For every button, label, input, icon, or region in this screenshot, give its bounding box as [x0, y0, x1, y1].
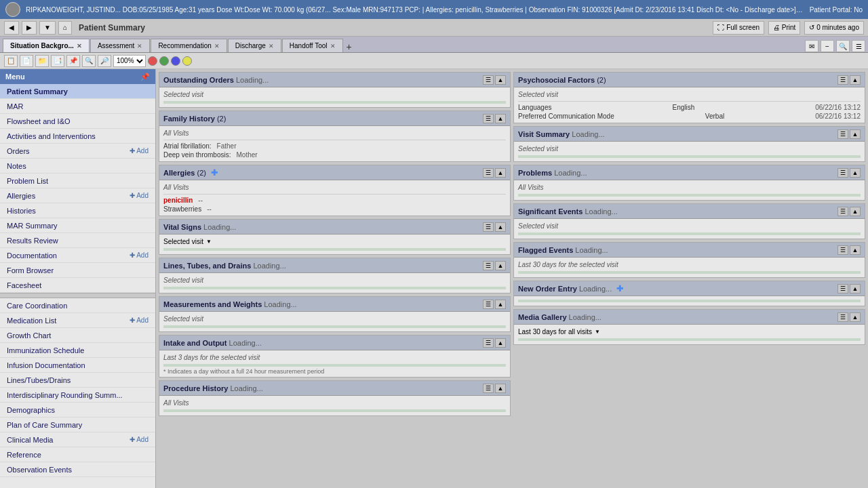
- allergy-add-icon[interactable]: ✚: [211, 168, 218, 178]
- sidebar-item-clinical-media[interactable]: Clinical Media ✚ Add: [0, 432, 155, 447]
- card-collapse-button[interactable]: ▲: [850, 129, 861, 139]
- card-menu-button[interactable]: ☰: [837, 312, 848, 322]
- card-menu-button[interactable]: ☰: [483, 384, 494, 393]
- sidebar-item-immunization-schedule[interactable]: Immunization Schedule: [0, 343, 155, 358]
- toolbar-icon-5[interactable]: 📌: [66, 55, 80, 67]
- tab-add-button[interactable]: +: [344, 41, 355, 52]
- card-menu-button[interactable]: ☰: [837, 129, 848, 139]
- minus-icon-button[interactable]: −: [821, 40, 834, 52]
- circle-btn-green[interactable]: [159, 56, 169, 66]
- card-collapse-button[interactable]: ▲: [495, 338, 506, 348]
- card-menu-button[interactable]: ☰: [837, 284, 848, 293]
- sidebar-item-allergies[interactable]: Allergies ✚ Add: [0, 188, 155, 203]
- orders-add-button[interactable]: ✚ Add: [130, 147, 149, 155]
- card-menu-button[interactable]: ☰: [837, 168, 848, 178]
- tab-situation-background[interactable]: Situation Backgro... ✕: [3, 39, 90, 52]
- sidebar-item-patient-summary[interactable]: Patient Summary: [0, 84, 155, 99]
- circle-btn-red[interactable]: [148, 56, 157, 66]
- card-collapse-button[interactable]: ▲: [495, 168, 506, 178]
- card-collapse-button[interactable]: ▲: [495, 261, 506, 270]
- sidebar-item-activities-interventions[interactable]: Activities and Interventions: [0, 129, 155, 144]
- nav-forward-button[interactable]: ▶: [22, 21, 37, 35]
- sidebar-item-results-review[interactable]: Results Review: [0, 233, 155, 248]
- tab-handoff-tool[interactable]: Handoff Tool ✕: [282, 39, 343, 52]
- card-collapse-button[interactable]: ▲: [495, 222, 506, 232]
- clinical-media-add-button[interactable]: ✚ Add: [130, 436, 149, 443]
- sidebar-item-mar-summary[interactable]: MAR Summary: [0, 218, 155, 233]
- card-collapse-button[interactable]: ▲: [495, 384, 506, 393]
- card-collapse-button[interactable]: ▲: [495, 75, 506, 85]
- card-menu-button[interactable]: ☰: [483, 222, 494, 232]
- sidebar-item-histories[interactable]: Histories: [0, 203, 155, 218]
- tab-discharge[interactable]: Discharge ✕: [228, 39, 281, 52]
- tab-close-icon[interactable]: ✕: [77, 43, 82, 49]
- sidebar-item-demographics[interactable]: Demographics: [0, 403, 155, 418]
- toolbar-icon-4[interactable]: 📑: [51, 55, 64, 67]
- sidebar-item-growth-chart[interactable]: Growth Chart: [0, 328, 155, 343]
- sidebar-item-infusion-documentation[interactable]: Infusion Documentation: [0, 358, 155, 373]
- card-family-history-body: All Visits Atrial fibrillation: Father D…: [159, 126, 510, 161]
- tab-close-icon[interactable]: ✕: [214, 43, 220, 49]
- sidebar-item-reference[interactable]: Reference: [0, 447, 155, 462]
- card-menu-button[interactable]: ☰: [483, 261, 494, 270]
- card-collapse-button[interactable]: ▲: [850, 284, 861, 293]
- sidebar-item-problem-list[interactable]: Problem List: [0, 174, 155, 188]
- print-button[interactable]: 🖨 Print: [768, 21, 800, 35]
- sidebar-item-care-coordination[interactable]: Care Coordination: [0, 298, 155, 313]
- circle-btn-yellow[interactable]: [182, 56, 192, 66]
- card-collapse-button[interactable]: ▲: [495, 300, 506, 309]
- message-icon-button[interactable]: ✉: [805, 40, 818, 52]
- card-menu-button[interactable]: ☰: [837, 75, 848, 85]
- toolbar-icon-1[interactable]: 📋: [4, 55, 18, 67]
- card-menu-button[interactable]: ☰: [483, 114, 494, 123]
- card-collapse-button[interactable]: ▲: [495, 114, 506, 123]
- sidebar-item-mar[interactable]: MAR: [0, 99, 155, 114]
- dropdown-arrow-icon[interactable]: ▼: [206, 239, 212, 245]
- sidebar-item-flowsheet[interactable]: Flowsheet and I&O: [0, 114, 155, 129]
- card-menu-button[interactable]: ☰: [483, 75, 494, 85]
- sidebar-item-observation-events[interactable]: Observation Events: [0, 462, 155, 477]
- medication-add-button[interactable]: ✚ Add: [130, 317, 149, 324]
- sidebar-item-orders[interactable]: Orders ✚ Add: [0, 144, 155, 159]
- card-menu-button[interactable]: ☰: [837, 245, 848, 255]
- sidebar-item-lines-tubes-drains[interactable]: Lines/Tubes/Drains: [0, 373, 155, 388]
- tab-close-icon[interactable]: ✕: [330, 43, 336, 49]
- search-content-button[interactable]: 🔍: [836, 40, 850, 52]
- tab-recommendation[interactable]: Recommendation ✕: [151, 39, 226, 52]
- sidebar-item-interdisciplinary[interactable]: Interdisciplinary Rounding Summ...: [0, 388, 155, 403]
- home-button[interactable]: ⌂: [58, 21, 72, 35]
- card-menu-button[interactable]: ☰: [837, 207, 848, 216]
- new-order-add-icon[interactable]: ✚: [616, 284, 623, 293]
- card-menu-button[interactable]: ☰: [483, 168, 494, 178]
- sidebar-item-facesheet[interactable]: Facesheet: [0, 278, 155, 293]
- menu-icon-button[interactable]: ☰: [852, 40, 865, 52]
- sidebar-item-plan-of-care[interactable]: Plan of Care Summary: [0, 418, 155, 432]
- card-collapse-button[interactable]: ▲: [850, 312, 861, 322]
- sidebar-item-medication-list[interactable]: Medication List ✚ Add: [0, 313, 155, 328]
- nav-dropdown-button[interactable]: ▼: [39, 21, 56, 35]
- card-menu-button[interactable]: ☰: [483, 338, 494, 348]
- toolbar-icon-3[interactable]: 📁: [35, 55, 49, 67]
- nav-back-button[interactable]: ◀: [4, 21, 19, 35]
- card-collapse-button[interactable]: ▲: [850, 168, 861, 178]
- toolbar-icon-7[interactable]: 🔎: [98, 55, 111, 67]
- tab-assessment[interactable]: Assessment ✕: [90, 39, 150, 52]
- sidebar-item-documentation[interactable]: Documentation ✚ Add: [0, 248, 155, 263]
- allergies-add-button[interactable]: ✚ Add: [130, 192, 149, 199]
- toolbar-icon-6[interactable]: 🔍: [82, 55, 96, 67]
- fullscreen-button[interactable]: ⛶ Full screen: [713, 21, 764, 35]
- card-collapse-button[interactable]: ▲: [850, 207, 861, 216]
- zoom-select[interactable]: 100% 75% 125%: [113, 55, 146, 67]
- card-title: Problems: [518, 169, 552, 177]
- circle-btn-blue[interactable]: [171, 56, 180, 66]
- tab-close-icon[interactable]: ✕: [269, 43, 274, 49]
- dropdown-arrow-icon[interactable]: ▼: [595, 329, 600, 335]
- toolbar-icon-2[interactable]: 📄: [20, 55, 33, 67]
- card-menu-button[interactable]: ☰: [483, 300, 494, 309]
- documentation-add-button[interactable]: ✚ Add: [130, 251, 149, 259]
- card-collapse-button[interactable]: ▲: [850, 245, 861, 255]
- tab-close-icon[interactable]: ✕: [137, 43, 142, 49]
- card-collapse-button[interactable]: ▲: [850, 75, 861, 85]
- sidebar-item-form-browser[interactable]: Form Browser: [0, 263, 155, 278]
- sidebar-item-notes[interactable]: Notes: [0, 159, 155, 174]
